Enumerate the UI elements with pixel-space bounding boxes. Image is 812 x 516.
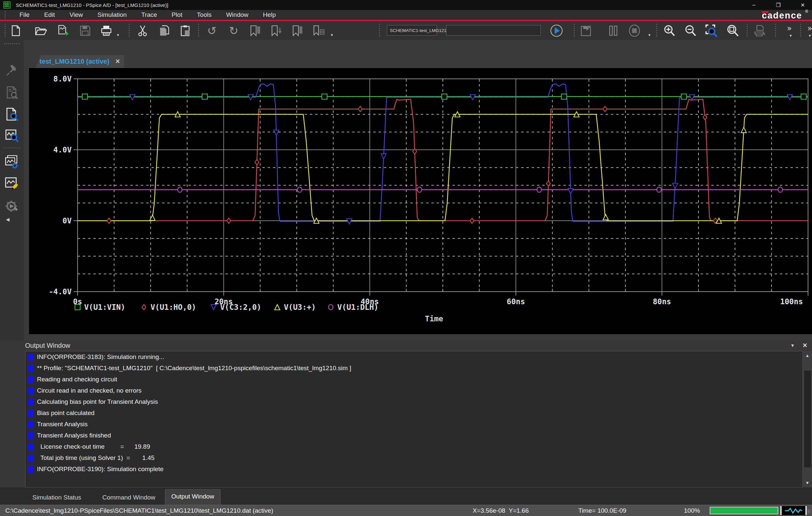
open-file-button[interactable] (34, 24, 48, 37)
trace-marker (381, 154, 386, 159)
zoom-in-button[interactable] (663, 24, 676, 37)
undo-button[interactable]: ↺ (205, 24, 219, 37)
app-waveform-icon (3, 1, 10, 8)
menu-item-view[interactable]: View (62, 10, 90, 19)
trace-marker (202, 94, 207, 99)
menu-item-edit[interactable]: Edit (37, 10, 62, 19)
print-button[interactable] (100, 24, 113, 37)
output-log-line: ** Profile: "SCHEMATIC1-test_LMG1210" [ … (25, 363, 803, 374)
append-waveform-button[interactable] (57, 24, 70, 37)
tab-command-window[interactable]: Command Window (96, 492, 162, 503)
toolbar-overflow-caret[interactable]: ▼ (789, 34, 792, 38)
output-log[interactable]: INFO(ORPROBE-3183): Simulation running..… (25, 351, 803, 488)
rail-collapse-arrow[interactable]: ◀ (6, 217, 9, 222)
trace-marker (681, 94, 687, 99)
menu-item-trace[interactable]: Trace (134, 10, 164, 19)
scroll-up-icon[interactable]: ▲ (803, 351, 812, 360)
log-bullet-icon (27, 466, 34, 473)
menu-drag-handle[interactable] (5, 11, 8, 19)
zoom-out-button[interactable] (684, 24, 697, 37)
stop-button[interactable] (628, 24, 641, 37)
output-log-line: Bias point calculated (25, 407, 803, 419)
document-tab[interactable]: test_LMG1210 (active) ✕ (36, 55, 124, 68)
document-tab-label: test_LMG1210 (active) (39, 58, 109, 65)
toolbar-separator (379, 24, 380, 37)
y-tick-label: -4.0V (49, 287, 71, 296)
tab-close-icon[interactable]: ✕ (115, 58, 120, 65)
log-text: Circuit read in and checked, no errors (37, 387, 142, 394)
menu-item-help[interactable]: Help (256, 10, 283, 19)
title-bar: SCHEMATIC1-test_LMG1210 - PSpice A/D - [… (0, 0, 812, 10)
y-tick-label: 4.0V (54, 146, 72, 154)
minimize-button[interactable]: – (749, 2, 758, 8)
bookmark-add-button[interactable] (249, 24, 262, 37)
trace-marker (274, 305, 280, 310)
trace-marker (417, 187, 422, 192)
trace-marker (82, 94, 87, 99)
profile-combobox[interactable]: SCHEMATIC1-test_LMG1210 (387, 25, 437, 36)
toolbar-overflow-button-2[interactable]: » (807, 24, 812, 33)
bookmark-delete-button[interactable] (312, 24, 325, 37)
output-scrollbar[interactable]: ▲ ▼ (803, 351, 812, 488)
pause-button[interactable] (607, 24, 620, 37)
rail-drag-handle[interactable] (4, 43, 20, 44)
output-log-line: Total job time (using Solver 1) = 1.45 (25, 452, 803, 463)
menu-item-tools[interactable]: Tools (190, 10, 219, 19)
trace-marker (561, 94, 567, 99)
print-dropdown-caret[interactable]: ▼ (116, 33, 120, 37)
menu-item-window[interactable]: Window (219, 10, 256, 19)
redo-button[interactable]: ↻ (227, 24, 240, 37)
trace-marker (778, 187, 783, 192)
trace-marker (801, 94, 806, 99)
save-results-button[interactable] (580, 24, 593, 37)
resize-grip[interactable]: ⠿ (807, 509, 811, 514)
pin-icon[interactable] (5, 63, 19, 78)
menu-item-plot[interactable]: Plot (164, 10, 190, 19)
bookmark-next-button[interactable] (270, 24, 283, 37)
waveform-workspace: test_LMG1210 (active) ✕ 8.0V4.0V0V-4.0V0… (24, 40, 812, 340)
bookmark-prev-button[interactable] (291, 24, 304, 37)
run-button[interactable] (550, 24, 563, 37)
plot-to-printer-button[interactable] (753, 24, 766, 37)
save-button[interactable] (79, 24, 92, 37)
search-combobox[interactable] (446, 25, 541, 36)
legend-label: V(U3:+) (284, 303, 316, 311)
tab-output-window[interactable]: Output Window (165, 489, 221, 505)
trace-marker (657, 187, 662, 192)
view-circuit-file-icon[interactable] (5, 107, 19, 122)
toolbar-overflow-caret-2[interactable]: ▼ (808, 34, 812, 38)
trace-marker (255, 160, 259, 165)
restore-button[interactable]: ❐ (774, 2, 783, 8)
left-toolbar: ◀ (0, 40, 24, 340)
close-button[interactable]: ✕ (798, 2, 807, 8)
menu-item-file[interactable]: File (12, 10, 37, 19)
x-tick-label: 80ns (653, 297, 671, 306)
run-dropdown-caret[interactable]: ▼ (648, 33, 651, 37)
zoom-fit-button[interactable] (726, 24, 740, 37)
output-window-dropdown-icon[interactable]: ▼ (790, 343, 795, 348)
bookmark-dropdown-caret[interactable]: ▼ (330, 33, 334, 37)
output-window-close-icon[interactable]: ✕ (803, 342, 807, 349)
log-bullet-icon (27, 387, 34, 394)
paste-button[interactable] (179, 24, 192, 37)
run-simulation-gear-icon[interactable] (5, 199, 19, 213)
menu-item-simulation[interactable]: Simulation (90, 10, 134, 19)
log-text: Transient Analysis (37, 421, 87, 428)
simulation-settings-icon[interactable] (5, 155, 19, 169)
trace-marker (211, 305, 216, 310)
copy-button[interactable] (158, 24, 171, 37)
waveform-plot-area[interactable]: 8.0V4.0V0V-4.0V0s20ns40ns60ns80ns100nsV(… (29, 68, 812, 334)
scroll-down-icon[interactable]: ▼ (803, 478, 812, 488)
toolbar-separator (198, 24, 199, 37)
zoom-area-button[interactable] (705, 24, 718, 37)
cut-button[interactable] (136, 24, 149, 37)
view-output-file-icon[interactable] (5, 86, 19, 100)
examine-waveform-icon[interactable] (5, 128, 19, 143)
tab-simulation-status[interactable]: Simulation Status (26, 492, 87, 503)
toolbar-overflow-button[interactable]: » (787, 24, 792, 33)
y-tick-label: 0V (62, 216, 71, 225)
new-file-button[interactable] (9, 24, 23, 37)
edit-simulation-profile-icon[interactable] (5, 177, 19, 191)
scrollbar-thumb[interactable] (804, 371, 811, 467)
rail-separator (3, 148, 21, 148)
